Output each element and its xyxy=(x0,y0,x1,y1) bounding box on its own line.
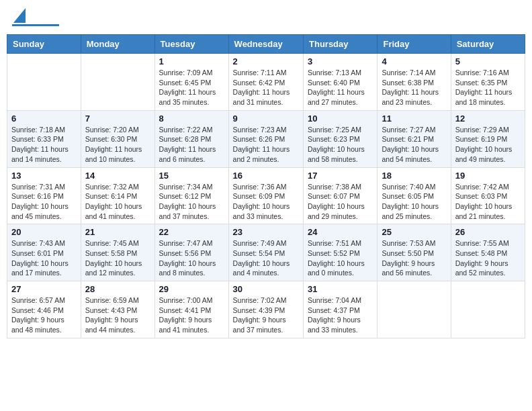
cell-content: Sunrise: 7:47 AMSunset: 5:56 PMDaylight:… xyxy=(159,238,224,278)
day-number: 7 xyxy=(85,113,150,124)
calendar-cell: 3Sunrise: 7:13 AMSunset: 6:40 PMDaylight… xyxy=(304,54,378,111)
cell-content: Sunrise: 7:49 AMSunset: 5:54 PMDaylight:… xyxy=(233,238,299,278)
day-number: 31 xyxy=(308,284,373,294)
day-number: 27 xyxy=(11,284,77,294)
cell-content: Sunrise: 7:14 AMSunset: 6:38 PMDaylight:… xyxy=(382,68,446,107)
calendar-cell: 7Sunrise: 7:20 AMSunset: 6:30 PMDaylight… xyxy=(81,110,154,167)
day-header-saturday: Saturday xyxy=(451,35,525,54)
cell-content: Sunrise: 7:09 AMSunset: 6:45 PMDaylight:… xyxy=(159,68,224,107)
day-number: 12 xyxy=(455,113,521,124)
calendar-cell: 22Sunrise: 7:47 AMSunset: 5:56 PMDayligh… xyxy=(154,224,228,281)
day-number: 2 xyxy=(233,56,299,66)
calendar-cell: 24Sunrise: 7:51 AMSunset: 5:52 PMDayligh… xyxy=(304,224,378,281)
cell-content: Sunrise: 7:36 AMSunset: 6:09 PMDaylight:… xyxy=(233,182,299,222)
calendar-cell xyxy=(451,281,525,338)
cell-content: Sunrise: 6:59 AMSunset: 4:43 PMDaylight:… xyxy=(85,295,150,335)
logo-underline xyxy=(12,24,59,26)
calendar-header-row: SundayMondayTuesdayWednesdayThursdayFrid… xyxy=(7,35,525,54)
day-number: 15 xyxy=(159,171,224,181)
calendar-cell: 5Sunrise: 7:16 AMSunset: 6:35 PMDaylight… xyxy=(451,54,525,111)
calendar-cell: 4Sunrise: 7:14 AMSunset: 6:38 PMDaylight… xyxy=(378,54,451,111)
day-number: 17 xyxy=(308,171,373,181)
day-number: 25 xyxy=(382,227,446,237)
cell-content: Sunrise: 7:55 AMSunset: 5:48 PMDaylight:… xyxy=(455,238,521,278)
day-header-friday: Friday xyxy=(378,35,451,54)
cell-content: Sunrise: 7:00 AMSunset: 4:41 PMDaylight:… xyxy=(159,295,224,335)
calendar-cell xyxy=(7,54,81,111)
day-number: 19 xyxy=(455,171,521,181)
calendar-cell xyxy=(378,281,451,338)
cell-content: Sunrise: 7:53 AMSunset: 5:50 PMDaylight:… xyxy=(382,238,446,278)
svg-marker-0 xyxy=(13,8,26,23)
calendar-cell: 31Sunrise: 7:04 AMSunset: 4:37 PMDayligh… xyxy=(304,281,378,338)
cell-content: Sunrise: 7:02 AMSunset: 4:39 PMDaylight:… xyxy=(233,295,299,335)
cell-content: Sunrise: 7:40 AMSunset: 6:05 PMDaylight:… xyxy=(382,182,446,222)
calendar-cell: 16Sunrise: 7:36 AMSunset: 6:09 PMDayligh… xyxy=(228,167,303,224)
calendar-cell: 18Sunrise: 7:40 AMSunset: 6:05 PMDayligh… xyxy=(378,167,451,224)
cell-content: Sunrise: 7:29 AMSunset: 6:19 PMDaylight:… xyxy=(455,125,521,165)
cell-content: Sunrise: 7:20 AMSunset: 6:30 PMDaylight:… xyxy=(85,125,150,165)
calendar-cell: 21Sunrise: 7:45 AMSunset: 5:58 PMDayligh… xyxy=(81,224,154,281)
cell-content: Sunrise: 7:42 AMSunset: 6:03 PMDaylight:… xyxy=(455,182,521,222)
day-number: 21 xyxy=(85,227,150,237)
calendar-table: SundayMondayTuesdayWednesdayThursdayFrid… xyxy=(7,34,525,338)
calendar-cell: 25Sunrise: 7:53 AMSunset: 5:50 PMDayligh… xyxy=(378,224,451,281)
header xyxy=(7,7,525,29)
calendar-cell: 28Sunrise: 6:59 AMSunset: 4:43 PMDayligh… xyxy=(81,281,154,338)
calendar-cell: 1Sunrise: 7:09 AMSunset: 6:45 PMDaylight… xyxy=(154,54,228,111)
day-header-thursday: Thursday xyxy=(304,35,378,54)
cell-content: Sunrise: 7:38 AMSunset: 6:07 PMDaylight:… xyxy=(308,182,373,222)
calendar-cell: 19Sunrise: 7:42 AMSunset: 6:03 PMDayligh… xyxy=(451,167,525,224)
calendar-cell: 17Sunrise: 7:38 AMSunset: 6:07 PMDayligh… xyxy=(304,167,378,224)
calendar-cell: 30Sunrise: 7:02 AMSunset: 4:39 PMDayligh… xyxy=(228,281,303,338)
day-number: 26 xyxy=(455,227,521,237)
cell-content: Sunrise: 7:25 AMSunset: 6:23 PMDaylight:… xyxy=(308,125,373,165)
calendar-cell: 20Sunrise: 7:43 AMSunset: 6:01 PMDayligh… xyxy=(7,224,81,281)
cell-content: Sunrise: 7:43 AMSunset: 6:01 PMDaylight:… xyxy=(11,238,77,278)
logo-triangle-icon xyxy=(13,8,26,23)
calendar-cell: 6Sunrise: 7:18 AMSunset: 6:33 PMDaylight… xyxy=(7,110,81,167)
cell-content: Sunrise: 7:34 AMSunset: 6:12 PMDaylight:… xyxy=(159,182,224,222)
calendar-week-row: 27Sunrise: 6:57 AMSunset: 4:46 PMDayligh… xyxy=(7,281,525,338)
day-header-sunday: Sunday xyxy=(7,35,81,54)
calendar-cell: 13Sunrise: 7:31 AMSunset: 6:16 PMDayligh… xyxy=(7,167,81,224)
calendar-cell: 23Sunrise: 7:49 AMSunset: 5:54 PMDayligh… xyxy=(228,224,303,281)
day-number: 13 xyxy=(11,171,77,181)
day-number: 20 xyxy=(11,227,77,237)
day-number: 11 xyxy=(382,113,446,124)
day-number: 10 xyxy=(308,113,373,124)
cell-content: Sunrise: 7:27 AMSunset: 6:21 PMDaylight:… xyxy=(382,125,446,165)
day-header-tuesday: Tuesday xyxy=(154,35,228,54)
calendar-cell: 26Sunrise: 7:55 AMSunset: 5:48 PMDayligh… xyxy=(451,224,525,281)
day-number: 16 xyxy=(233,171,299,181)
calendar-cell: 14Sunrise: 7:32 AMSunset: 6:14 PMDayligh… xyxy=(81,167,154,224)
day-number: 4 xyxy=(382,56,446,66)
day-header-monday: Monday xyxy=(81,35,154,54)
calendar-cell: 27Sunrise: 6:57 AMSunset: 4:46 PMDayligh… xyxy=(7,281,81,338)
cell-content: Sunrise: 7:16 AMSunset: 6:35 PMDaylight:… xyxy=(455,68,521,107)
day-number: 18 xyxy=(382,171,446,181)
day-number: 6 xyxy=(11,113,77,124)
cell-content: Sunrise: 7:51 AMSunset: 5:52 PMDaylight:… xyxy=(308,238,373,278)
calendar-cell: 8Sunrise: 7:22 AMSunset: 6:28 PMDaylight… xyxy=(154,110,228,167)
day-number: 1 xyxy=(159,56,224,66)
cell-content: Sunrise: 7:11 AMSunset: 6:42 PMDaylight:… xyxy=(233,68,299,107)
day-number: 3 xyxy=(308,56,373,66)
day-number: 28 xyxy=(85,284,150,294)
cell-content: Sunrise: 7:31 AMSunset: 6:16 PMDaylight:… xyxy=(11,182,77,222)
calendar-cell xyxy=(81,54,154,111)
day-number: 9 xyxy=(233,113,299,124)
calendar-week-row: 20Sunrise: 7:43 AMSunset: 6:01 PMDayligh… xyxy=(7,224,525,281)
day-header-wednesday: Wednesday xyxy=(228,35,303,54)
calendar-cell: 15Sunrise: 7:34 AMSunset: 6:12 PMDayligh… xyxy=(154,167,228,224)
day-number: 24 xyxy=(308,227,373,237)
day-number: 5 xyxy=(455,56,521,66)
calendar-cell: 11Sunrise: 7:27 AMSunset: 6:21 PMDayligh… xyxy=(378,110,451,167)
day-number: 30 xyxy=(233,284,299,294)
day-number: 23 xyxy=(233,227,299,237)
cell-content: Sunrise: 7:13 AMSunset: 6:40 PMDaylight:… xyxy=(308,68,373,107)
calendar-week-row: 1Sunrise: 7:09 AMSunset: 6:45 PMDaylight… xyxy=(7,54,525,111)
day-number: 22 xyxy=(159,227,224,237)
calendar-cell: 9Sunrise: 7:23 AMSunset: 6:26 PMDaylight… xyxy=(228,110,303,167)
day-number: 14 xyxy=(85,171,150,181)
